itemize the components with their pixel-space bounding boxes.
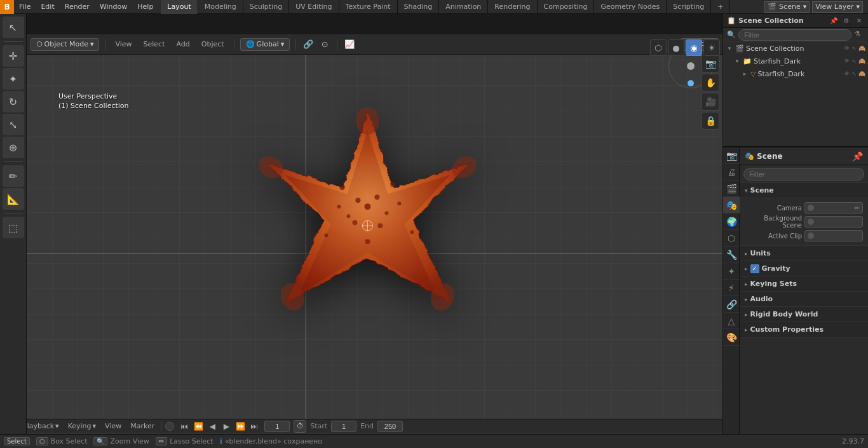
tool-add-cube[interactable]: ⬚ bbox=[3, 217, 24, 238]
prop-tab-modifiers[interactable]: 🔧 bbox=[723, 247, 740, 263]
tab-layout[interactable]: Layout bbox=[161, 0, 198, 14]
shading-solid-btn[interactable]: ● bbox=[668, 39, 684, 56]
tool-transform[interactable]: ⊕ bbox=[3, 137, 24, 158]
fps-display[interactable]: ⏱ bbox=[294, 420, 306, 433]
scene-selector[interactable]: 🎬 Scene ▾ bbox=[764, 1, 810, 13]
tool-rotate[interactable]: ↻ bbox=[3, 91, 24, 112]
obj-eye-icon[interactable]: 👁 bbox=[844, 71, 850, 77]
prop-tab-view[interactable]: 🎬 bbox=[723, 180, 740, 197]
jump-end-btn[interactable]: ⏭ bbox=[248, 421, 261, 432]
hand-tool-btn[interactable]: ✋ bbox=[702, 74, 719, 92]
tab-compositing[interactable]: Compositing bbox=[538, 0, 595, 14]
prev-frame-btn[interactable]: ⏪ bbox=[192, 421, 205, 432]
outliner-filter-icon[interactable]: ⚗ bbox=[854, 30, 864, 40]
record-btn[interactable] bbox=[165, 422, 174, 431]
scene-hide-icon[interactable]: 🙈 bbox=[858, 45, 865, 51]
tool-cursor[interactable]: ✛ bbox=[3, 45, 24, 67]
camera-value[interactable]: ✏ bbox=[804, 202, 863, 214]
shading-rendered-btn[interactable]: ☀ bbox=[703, 39, 720, 56]
background-scene-value[interactable] bbox=[804, 216, 863, 227]
active-clip-value[interactable] bbox=[804, 230, 863, 241]
camera-btn2[interactable]: 🎥 bbox=[702, 93, 719, 111]
scene-section-header[interactable]: ▾ Scene bbox=[740, 183, 868, 198]
menu-render[interactable]: Render bbox=[60, 0, 95, 14]
object-mode-selector[interactable]: ⬡ Object Mode ▾ bbox=[31, 38, 99, 51]
play-reverse-btn[interactable]: ◀ bbox=[206, 421, 219, 432]
camera-edit-icon[interactable]: ✏ bbox=[855, 205, 860, 212]
prop-tab-world[interactable]: 🌍 bbox=[723, 214, 740, 230]
prop-tab-particles[interactable]: ✦ bbox=[723, 263, 740, 280]
view-layer-selector[interactable]: View Layer ▾ bbox=[812, 1, 863, 13]
tab-geometry-nodes[interactable]: Geometry Nodes bbox=[594, 0, 667, 14]
prop-tab-scene[interactable]: 🎭 bbox=[723, 197, 740, 214]
timeline-view-btn[interactable]: View bbox=[102, 421, 124, 432]
timeline-marker-btn[interactable]: Marker bbox=[128, 421, 157, 432]
col-select-icon[interactable]: ↖ bbox=[851, 58, 857, 64]
proportional-edit[interactable]: ⊙ bbox=[318, 38, 331, 51]
shading-wireframe-btn[interactable]: ⬡ bbox=[650, 39, 667, 56]
tab-sculpting[interactable]: Sculpting bbox=[243, 0, 289, 14]
outliner-item-starfish-object[interactable]: ▸ ▽ Starfish_Dark 👁 ↖ 🙈 bbox=[723, 67, 868, 80]
end-frame-input[interactable]: 250 bbox=[377, 421, 403, 432]
prop-tab-physics[interactable]: ⚡ bbox=[723, 280, 740, 296]
obj-select-icon[interactable]: ↖ bbox=[851, 71, 857, 77]
col-eye-icon[interactable]: 👁 bbox=[844, 58, 850, 64]
viewport-add-menu[interactable]: Add bbox=[172, 37, 193, 51]
obj-hide-icon[interactable]: 🙈 bbox=[858, 71, 865, 77]
units-section-header[interactable]: ▸ Units bbox=[740, 246, 868, 261]
outliner-item-starfish-collection[interactable]: ▾ 📁 Starfish_Dark 👁 ↖ 🙈 bbox=[723, 55, 868, 67]
scene-render-icon[interactable]: 👁 bbox=[844, 45, 850, 51]
tab-texture-paint[interactable]: Texture Paint bbox=[339, 0, 398, 14]
graph-icon[interactable]: 📈 bbox=[343, 38, 356, 51]
viewport-object-menu[interactable]: Object bbox=[198, 37, 228, 51]
next-frame-btn[interactable]: ⏩ bbox=[234, 421, 247, 432]
tab-uv-editing[interactable]: UV Editing bbox=[289, 0, 339, 14]
timeline-keying-btn[interactable]: Keying ▾ bbox=[65, 421, 98, 432]
starfish-object[interactable] bbox=[183, 79, 552, 386]
props-pin-icon[interactable]: 📌 bbox=[852, 151, 863, 161]
outliner-settings-icon[interactable]: ⚙ bbox=[841, 16, 851, 26]
play-btn[interactable]: ▶ bbox=[220, 421, 233, 432]
3d-viewport[interactable]: User Perspective (1) Scene Collection Y … bbox=[27, 34, 722, 419]
viewport-select-menu[interactable]: Select bbox=[140, 37, 169, 51]
props-search-input[interactable] bbox=[743, 168, 864, 180]
snap-toggle[interactable]: 🔗 bbox=[302, 38, 315, 51]
tab-scripting[interactable]: Scripting bbox=[667, 0, 711, 14]
start-frame-input[interactable]: 1 bbox=[331, 421, 356, 432]
lock-btn[interactable]: 🔒 bbox=[702, 112, 719, 130]
outliner-search-input[interactable] bbox=[738, 29, 851, 41]
tool-select-box[interactable]: ↖ bbox=[3, 17, 24, 38]
menu-window[interactable]: Window bbox=[95, 0, 132, 14]
custom-props-header[interactable]: ▸ Custom Properties bbox=[740, 322, 868, 337]
rigid-body-header[interactable]: ▸ Rigid Body World bbox=[740, 307, 868, 322]
viewport-view-menu[interactable]: View bbox=[111, 37, 135, 51]
tool-annotate[interactable]: ✏ bbox=[3, 165, 24, 187]
scene-select-icon[interactable]: ↖ bbox=[851, 45, 857, 51]
tab-shading[interactable]: Shading bbox=[398, 0, 440, 14]
transform-selector[interactable]: 🌐 Global ▾ bbox=[240, 38, 290, 51]
audio-section-header[interactable]: ▸ Audio bbox=[740, 292, 868, 307]
tool-measure[interactable]: 📐 bbox=[3, 188, 24, 210]
prop-tab-constraints[interactable]: 🔗 bbox=[723, 296, 740, 313]
prop-tab-output[interactable]: 🖨 bbox=[723, 164, 740, 180]
prop-tab-material[interactable]: 🎨 bbox=[723, 329, 740, 346]
current-frame-input[interactable]: 1 bbox=[264, 421, 290, 432]
shading-material-btn[interactable]: ◉ bbox=[686, 39, 702, 56]
keying-sets-header[interactable]: ▸ Keying Sets bbox=[740, 276, 868, 292]
gravity-checkbox[interactable]: ✓ bbox=[750, 264, 759, 273]
tab-rendering[interactable]: Rendering bbox=[488, 0, 537, 14]
col-hide-icon[interactable]: 🙈 bbox=[858, 58, 865, 64]
gravity-section-header[interactable]: ▸ ✓ Gravity bbox=[740, 261, 868, 276]
outliner-close-icon[interactable]: ✕ bbox=[854, 16, 864, 26]
menu-edit[interactable]: Edit bbox=[36, 0, 59, 14]
menu-file[interactable]: File bbox=[14, 0, 36, 14]
outliner-item-scene-collection[interactable]: ▾ 🎬 Scene Collection 👁 ↖ 🙈 bbox=[723, 42, 868, 55]
tab-modeling[interactable]: Modeling bbox=[198, 0, 243, 14]
tool-move[interactable]: ✦ bbox=[3, 68, 24, 90]
prop-tab-object[interactable]: ⬡ bbox=[723, 230, 740, 247]
jump-start-btn[interactable]: ⏮ bbox=[178, 421, 191, 432]
tool-scale[interactable]: ⤡ bbox=[3, 114, 24, 135]
tab-animation[interactable]: Animation bbox=[439, 0, 488, 14]
prop-tab-render[interactable]: 📷 bbox=[723, 147, 740, 164]
camera-view-btn[interactable]: 📷 bbox=[702, 55, 719, 72]
